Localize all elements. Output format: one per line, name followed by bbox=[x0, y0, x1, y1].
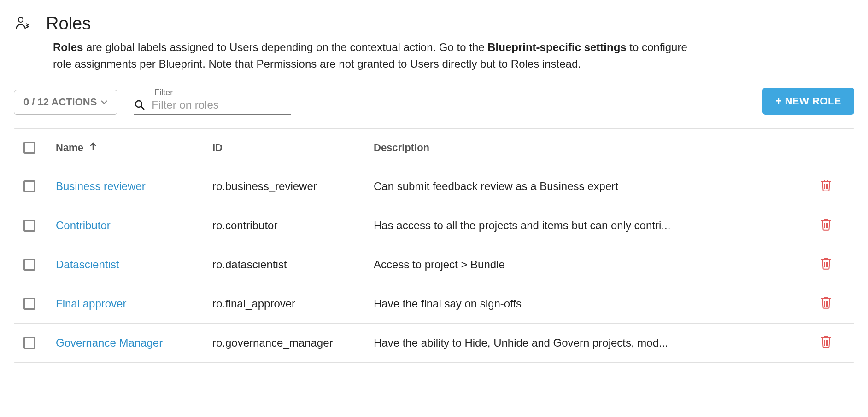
role-name-link[interactable]: Contributor bbox=[56, 219, 111, 232]
trash-icon[interactable] bbox=[820, 217, 832, 234]
filter-input[interactable] bbox=[152, 98, 291, 111]
trash-icon[interactable] bbox=[820, 335, 832, 351]
column-header-name[interactable]: Name bbox=[56, 142, 212, 154]
table-row: Datascientist ro.datascientist Access to… bbox=[14, 245, 854, 284]
trash-icon[interactable] bbox=[820, 295, 832, 312]
new-role-button[interactable]: + NEW ROLE bbox=[762, 88, 854, 115]
role-id: ro.business_reviewer bbox=[212, 180, 374, 193]
row-checkbox[interactable] bbox=[23, 180, 35, 192]
trash-icon[interactable] bbox=[820, 256, 832, 273]
row-checkbox[interactable] bbox=[23, 298, 35, 310]
column-header-id[interactable]: ID bbox=[212, 142, 374, 154]
role-name-link[interactable]: Datascientist bbox=[56, 258, 119, 271]
role-description: Access to project > Bundle bbox=[374, 258, 808, 271]
svg-line-2 bbox=[141, 106, 144, 110]
role-name-link[interactable]: Business reviewer bbox=[56, 180, 146, 192]
page-subtitle: Roles are global labels assigned to User… bbox=[53, 39, 698, 72]
select-all-checkbox[interactable] bbox=[23, 142, 35, 154]
roles-icon bbox=[14, 15, 32, 33]
role-name-link[interactable]: Governance Manager bbox=[56, 336, 163, 349]
svg-point-0 bbox=[18, 17, 23, 22]
role-description: Has access to all the projects and items… bbox=[374, 219, 808, 232]
role-name-link[interactable]: Final approver bbox=[56, 297, 126, 310]
row-checkbox[interactable] bbox=[23, 259, 35, 271]
filter-label: Filter bbox=[154, 88, 291, 98]
table-header-row: Name ID Description bbox=[14, 129, 854, 167]
actions-dropdown[interactable]: 0 / 12 ACTIONS bbox=[14, 90, 117, 115]
roles-table: Name ID Description Business reviewer ro… bbox=[14, 128, 854, 363]
role-description: Have the final say on sign-offs bbox=[374, 297, 808, 310]
table-row: Contributor ro.contributor Has access to… bbox=[14, 206, 854, 245]
table-row: Final approver ro.final_approver Have th… bbox=[14, 284, 854, 324]
chevron-down-icon bbox=[100, 98, 108, 106]
role-id: ro.governance_manager bbox=[212, 336, 374, 349]
table-row: Business reviewer ro.business_reviewer C… bbox=[14, 167, 854, 206]
role-id: ro.datascientist bbox=[212, 258, 374, 271]
row-checkbox[interactable] bbox=[23, 220, 35, 232]
svg-point-1 bbox=[135, 101, 142, 107]
search-icon bbox=[134, 99, 145, 110]
page-title: Roles bbox=[46, 14, 91, 34]
table-row: Governance Manager ro.governance_manager… bbox=[14, 324, 854, 362]
role-id: ro.final_approver bbox=[212, 297, 374, 310]
column-header-description[interactable]: Description bbox=[374, 142, 808, 154]
role-id: ro.contributor bbox=[212, 219, 374, 232]
sort-ascending-icon bbox=[89, 142, 97, 154]
role-description: Can submit feedback review as a Business… bbox=[374, 180, 808, 193]
actions-dropdown-label: 0 / 12 ACTIONS bbox=[23, 96, 97, 108]
role-description: Have the ability to Hide, Unhide and Gov… bbox=[374, 336, 808, 349]
trash-icon[interactable] bbox=[820, 178, 832, 195]
row-checkbox[interactable] bbox=[23, 337, 35, 349]
